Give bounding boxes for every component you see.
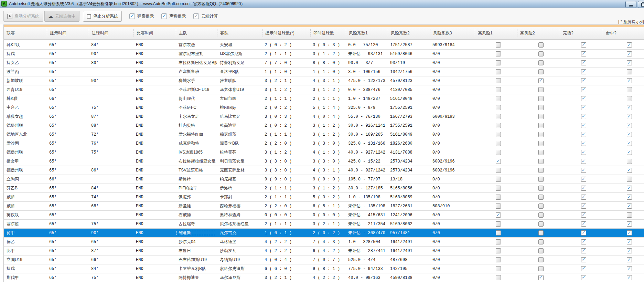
highrisk2-checkbox[interactable]: ✓ xyxy=(538,168,544,173)
highrisk2-checkbox[interactable]: ✓ xyxy=(538,212,544,218)
column-header-14[interactable]: 命中? xyxy=(603,29,644,37)
table-row[interactable]: 斯伐甲65'75'END阿特梅迪亚马尔泽尼斯3 ( 2 : 1 )4 ( 2 :… xyxy=(4,273,644,282)
table-row[interactable]: 芬乙B65'84'ENDPIF帕拉宁伊洛特2 ( 1 : 1 )3 ( 1 : … xyxy=(4,184,644,193)
finished-checkbox[interactable]: ✓ xyxy=(581,96,586,101)
stop-analysis-button[interactable]: 停止分析系统 xyxy=(83,11,122,22)
finished-checkbox[interactable]: ✓ xyxy=(581,239,586,244)
hit-checkbox[interactable]: ✓ xyxy=(627,105,632,110)
finished-checkbox[interactable]: ✓ xyxy=(581,159,586,164)
finished-checkbox[interactable]: ✓ xyxy=(581,203,586,209)
highrisk1-checkbox[interactable]: ✓ xyxy=(496,186,501,191)
highrisk2-checkbox[interactable]: ✓ xyxy=(538,203,544,209)
highrisk2-checkbox[interactable]: ✓ xyxy=(538,123,544,128)
hit-checkbox[interactable]: ✓ xyxy=(627,275,632,280)
finished-checkbox[interactable]: ✓ xyxy=(581,114,586,119)
highrisk1-checkbox[interactable]: ✓ xyxy=(496,159,501,164)
highrisk1-checkbox[interactable]: ✓ xyxy=(496,123,501,128)
highrisk1-checkbox[interactable]: ✓ xyxy=(496,275,501,280)
hit-checkbox[interactable]: ✓ xyxy=(627,78,632,83)
table-row[interactable]: 德地区东北65'72'END爱尔福特红白穆瑟维茨2 ( 1 : 1 )3 ( 1… xyxy=(4,130,644,139)
table-row[interactable]: 新加坡联65'90'END狮城水手雅龙联队3 ( 2 : 1 )4 ( 3 : … xyxy=(4,76,644,85)
finished-checkbox[interactable]: ✓ xyxy=(581,78,586,83)
highrisk2-checkbox[interactable]: ✓ xyxy=(538,257,544,262)
highrisk2-checkbox[interactable]: ✓ xyxy=(538,141,544,146)
highrisk1-checkbox[interactable]: ✓ xyxy=(496,141,501,146)
table-row[interactable]: 捷女甲65'END布拉格斯拉维亚女足利贝雷茨女足3 ( 3 : 0 )3 ( 3… xyxy=(4,157,644,166)
finished-checkbox[interactable]: ✓ xyxy=(581,123,586,128)
highrisk2-checkbox[interactable]: ✓ xyxy=(538,87,544,92)
highrisk2-checkbox[interactable]: ✓ xyxy=(538,248,544,253)
highrisk1-checkbox[interactable]: ✓ xyxy=(496,266,501,271)
highrisk2-checkbox[interactable]: ✓ xyxy=(538,159,544,164)
column-header-11[interactable]: 高风险1 xyxy=(475,29,517,37)
column-header-3[interactable]: 比赛时间 xyxy=(133,29,176,37)
highrisk2-checkbox[interactable]: ✓ xyxy=(538,230,544,236)
table-row[interactable]: 捷戊65'84'END卡罗维瓦利B队索科尔史迪斯6 ( 6 : 0 )9 ( 8… xyxy=(4,264,644,273)
highrisk1-checkbox[interactable]: ✓ xyxy=(496,212,501,218)
finished-checkbox[interactable]: ✓ xyxy=(581,60,586,65)
hit-checkbox[interactable]: ✓ xyxy=(627,257,632,262)
table-row[interactable]: 中台乙65'75'END圣菲研FC桃园国际2 ( 0 : 2 )5 ( 1 : … xyxy=(4,103,644,112)
hit-checkbox[interactable]: ✓ xyxy=(627,266,632,271)
highrisk2-checkbox[interactable]: ✓ xyxy=(538,60,544,65)
highrisk1-checkbox[interactable]: ✓ xyxy=(496,105,501,110)
column-header-8[interactable]: 风险系数1 xyxy=(346,29,388,37)
table-row[interactable]: 德堡州联65'86'ENDTSV兰茨贝格克臣安萨丘林3 ( 3 : 0 )4 (… xyxy=(4,166,644,175)
table-row[interactable]: 威超65'74'END佩尼邦卡那封2 ( 1 : 1 )5 ( 3 : 2 )1… xyxy=(4,193,644,202)
highrisk1-checkbox[interactable]: ✓ xyxy=(496,60,501,65)
table-row[interactable]: 瑞典女超65'87'END卡尔马女足哈马比女足3 ( 0 : 3 )4 ( 0 … xyxy=(4,112,644,121)
table-row[interactable]: 威超65'68'END新圣徒西哈弗福德2 ( 2 : 0 )6 ( 5 : 1 … xyxy=(4,202,644,211)
finished-checkbox[interactable]: ✓ xyxy=(581,105,586,110)
finished-checkbox[interactable]: ✓ xyxy=(581,168,586,173)
table-row[interactable]: 英议联65'END石威德奥特林查姆0 ( 0 : 0 )0 ( 0 : 0 )未… xyxy=(4,211,644,220)
highrisk2-checkbox[interactable]: ✓ xyxy=(538,266,544,271)
column-header-0[interactable]: 联赛 xyxy=(4,29,47,37)
table-row[interactable]: 德乙65'65'END沙尔克04马格德堡4 ( 2 : 2 )7 ( 4 : 3… xyxy=(4,238,644,247)
column-header-1[interactable]: 提示时间 xyxy=(47,29,89,37)
finished-checkbox[interactable]: ✓ xyxy=(581,132,586,137)
finished-checkbox[interactable]: ✓ xyxy=(581,248,586,253)
highrisk1-checkbox[interactable]: ✓ xyxy=(496,257,501,262)
table-row[interactable]: 德堡州联65'88'END杜内贝格乾高迪亚2 ( 0 : 2 )3 ( 1 : … xyxy=(4,121,644,130)
hit-checkbox[interactable]: ✓ xyxy=(627,230,632,236)
hit-checkbox[interactable]: ✓ xyxy=(627,159,632,164)
table-row[interactable]: 立陶丙66'END斯路特约尼斯基9 ( 9 : 0 )9 ( 9 : 0 )10… xyxy=(4,175,644,184)
column-header-12[interactable]: 高风险2 xyxy=(517,29,560,37)
checkbox-icon[interactable]: ✓ xyxy=(193,13,199,19)
highrisk2-checkbox[interactable]: ✓ xyxy=(538,42,544,48)
hit-checkbox[interactable]: ✓ xyxy=(627,114,632,119)
finished-checkbox[interactable]: ✓ xyxy=(581,257,586,262)
finished-checkbox[interactable]: ✓ xyxy=(581,150,586,155)
hit-checkbox[interactable]: ✓ xyxy=(627,69,632,74)
start-analysis-button[interactable]: 启动分析系统 xyxy=(3,11,43,22)
highrisk2-checkbox[interactable]: ✓ xyxy=(538,275,544,280)
table-row[interactable]: 德堡州联65'75'ENDIVS达豪1865松特霍芬3 ( 1 : 2 )4 (… xyxy=(4,148,644,157)
highrisk2-checkbox[interactable]: ✓ xyxy=(538,105,544,110)
highrisk1-checkbox[interactable]: ✓ xyxy=(496,221,501,227)
table-row[interactable]: 塞尔超65'75'END古拉瑞奇贝尔格莱德红星2 ( 1 : 1 )3 ( 2 … xyxy=(4,220,644,229)
highrisk2-checkbox[interactable]: ✓ xyxy=(538,239,544,244)
hit-checkbox[interactable]: ✓ xyxy=(627,203,632,209)
hit-checkbox[interactable]: ✓ xyxy=(627,132,632,137)
column-header-5[interactable]: 客队 xyxy=(217,29,262,37)
highrisk2-checkbox[interactable]: ✓ xyxy=(538,177,544,182)
highrisk1-checkbox[interactable]: ✓ xyxy=(496,96,501,101)
checkbox-icon[interactable]: ✓ xyxy=(129,13,135,19)
table-row[interactable]: 荷甲65'90'END维迪斯瓦尔韦克1 ( 0 : 1 )2 ( 0 : 2 )… xyxy=(4,229,644,238)
hit-checkbox[interactable]: ✓ xyxy=(627,96,632,101)
hit-checkbox[interactable]: ✓ xyxy=(627,212,632,218)
hit-checkbox[interactable]: ✓ xyxy=(627,51,632,56)
hit-checkbox[interactable]: ✓ xyxy=(627,168,632,173)
highrisk2-checkbox[interactable]: ✓ xyxy=(538,114,544,119)
column-header-7[interactable]: 即时进球数 xyxy=(310,29,346,37)
highrisk1-checkbox[interactable]: ✓ xyxy=(496,150,501,155)
column-header-2[interactable]: 进球时间 xyxy=(89,29,133,37)
highrisk1-checkbox[interactable]: ✓ xyxy=(496,195,501,200)
highrisk1-checkbox[interactable]: ✓ xyxy=(496,239,501,244)
finished-checkbox[interactable]: ✓ xyxy=(581,221,586,227)
highrisk1-checkbox[interactable]: ✓ xyxy=(496,132,501,137)
hit-checkbox[interactable]: ✓ xyxy=(627,42,632,48)
highrisk2-checkbox[interactable]: ✓ xyxy=(538,132,544,137)
minimize-button[interactable] xyxy=(625,1,636,8)
finished-checkbox[interactable]: ✓ xyxy=(581,275,586,280)
